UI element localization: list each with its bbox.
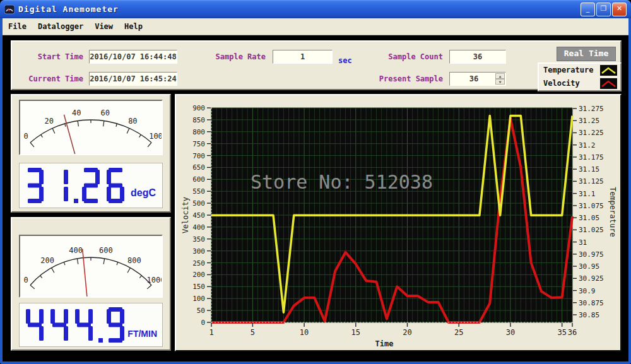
svg-text:50: 50 <box>197 307 205 315</box>
svg-text:150: 150 <box>192 283 205 291</box>
svg-text:300: 300 <box>192 247 205 255</box>
svg-text:30.95: 30.95 <box>579 262 599 271</box>
sample-count-field[interactable]: 36 <box>449 50 506 64</box>
temperature-display: degC <box>19 163 163 208</box>
svg-text:350: 350 <box>192 235 205 244</box>
spinner-up-icon[interactable]: ▲ <box>495 73 505 79</box>
legend-item-temperature: Temperature <box>539 64 620 77</box>
svg-text:25: 25 <box>454 328 463 337</box>
svg-text:400: 400 <box>192 223 205 232</box>
chart-panel: Store No: 512038050100150200250300350400… <box>175 94 622 351</box>
velocity-panel: 02004006008001000 FT/MIN <box>11 217 171 351</box>
svg-text:800: 800 <box>192 128 205 136</box>
svg-text:31.075: 31.075 <box>579 202 604 210</box>
app-window: Digital Anemometer _ ❐ ✕ File Datalogger… <box>0 0 631 364</box>
present-sample-stepper: ▲ ▼ <box>495 73 505 85</box>
menu-file[interactable]: File <box>3 20 32 33</box>
svg-text:0: 0 <box>23 132 28 141</box>
velocity-gauge: 02004006008001000 <box>19 235 163 298</box>
present-sample-field[interactable]: 36 ▲ ▼ <box>449 72 506 86</box>
svg-text:Temperature: Temperature <box>608 187 617 237</box>
svg-text:0: 0 <box>201 319 205 327</box>
legend-temperature-swatch <box>600 65 617 76</box>
menu-view[interactable]: View <box>89 20 119 33</box>
real-time-button[interactable]: Real Time <box>557 47 616 61</box>
svg-text:800: 800 <box>127 256 141 265</box>
svg-text:1000: 1000 <box>147 276 162 285</box>
svg-text:31.175: 31.175 <box>579 153 604 161</box>
svg-text:30.85: 30.85 <box>579 311 599 319</box>
menu-datalogger[interactable]: Datalogger <box>32 20 89 33</box>
current-time-field[interactable]: 2016/10/07 16:45:24 <box>89 72 177 86</box>
svg-text:15: 15 <box>351 328 360 337</box>
trend-chart: Store No: 512038050100150200250300350400… <box>176 95 620 350</box>
svg-text:250: 250 <box>192 259 205 267</box>
svg-text:900: 900 <box>192 104 205 112</box>
temperature-unit-label: degC <box>131 187 156 199</box>
svg-text:Time: Time <box>375 339 394 348</box>
svg-text:600: 600 <box>192 175 205 184</box>
maximize-button[interactable]: ❐ <box>596 3 611 16</box>
svg-text:200: 200 <box>40 256 54 265</box>
menu-bar: File Datalogger View Help <box>3 18 628 35</box>
svg-text:30.975: 30.975 <box>579 250 604 259</box>
watermark-text: Store No: 512038 <box>251 171 433 193</box>
legend-item-velocity: Velocity <box>539 77 620 90</box>
svg-text:40: 40 <box>72 109 81 117</box>
svg-text:750: 750 <box>192 140 205 148</box>
svg-text:20: 20 <box>403 328 411 337</box>
start-time-field[interactable]: 2016/10/07 16:44:48 <box>89 50 177 64</box>
legend-velocity-label: Velocity <box>543 79 580 88</box>
svg-text:31.275: 31.275 <box>579 105 604 113</box>
svg-text:5: 5 <box>251 328 255 337</box>
svg-text:Velocity: Velocity <box>181 197 190 233</box>
svg-text:30.925: 30.925 <box>579 274 604 283</box>
svg-text:31.05: 31.05 <box>579 214 599 222</box>
svg-text:600: 600 <box>99 246 113 255</box>
menu-help[interactable]: Help <box>119 20 148 33</box>
present-sample-value: 36 <box>469 74 478 83</box>
sample-rate-label: Sample Rate <box>189 52 266 61</box>
svg-text:100: 100 <box>192 295 205 303</box>
temperature-panel: 020406080100 degC <box>11 94 171 213</box>
sample-count-label: Sample Count <box>365 52 443 61</box>
svg-text:31.125: 31.125 <box>579 177 604 185</box>
svg-text:35: 35 <box>557 328 566 337</box>
svg-text:31.2: 31.2 <box>579 141 596 150</box>
sample-rate-unit: sec <box>338 56 352 65</box>
svg-text:400: 400 <box>69 246 83 255</box>
svg-text:500: 500 <box>192 199 205 208</box>
svg-text:450: 450 <box>192 211 205 220</box>
start-time-label: Start Time <box>12 52 83 61</box>
temperature-gauge: 020406080100 <box>19 100 163 155</box>
current-time-label: Current Time <box>12 74 83 83</box>
svg-text:31.25: 31.25 <box>579 117 599 125</box>
chart-legend: Temperature Velocity <box>538 62 622 91</box>
svg-text:1: 1 <box>209 328 213 337</box>
svg-text:36: 36 <box>568 328 577 337</box>
spinner-down-icon[interactable]: ▼ <box>495 79 505 85</box>
legend-velocity-swatch <box>600 78 617 89</box>
present-sample-label: Present Sample <box>365 74 443 83</box>
svg-text:31.225: 31.225 <box>579 129 604 137</box>
svg-text:20: 20 <box>44 117 53 126</box>
minimize-button[interactable]: _ <box>581 3 595 16</box>
svg-text:80: 80 <box>128 117 137 126</box>
title-bar: Digital Anemometer _ ❐ ✕ <box>0 0 631 18</box>
close-button[interactable]: ✕ <box>612 3 627 16</box>
svg-text:550: 550 <box>192 187 205 196</box>
svg-text:650: 650 <box>192 163 205 172</box>
svg-text:10: 10 <box>300 328 309 337</box>
svg-text:700: 700 <box>192 152 205 160</box>
svg-text:31.1: 31.1 <box>579 190 596 198</box>
svg-text:850: 850 <box>192 116 205 124</box>
svg-text:30.9: 30.9 <box>579 287 596 295</box>
svg-text:30.875: 30.875 <box>579 299 604 307</box>
svg-text:30: 30 <box>506 328 515 337</box>
svg-text:31.025: 31.025 <box>579 226 604 234</box>
sample-rate-field[interactable]: 1 <box>273 50 333 64</box>
control-panel: Start Time 2016/10/07 16:44:48 Current T… <box>11 40 622 90</box>
window-title: Digital Anemometer <box>18 4 119 14</box>
svg-text:31.15: 31.15 <box>579 165 599 173</box>
svg-text:100: 100 <box>149 132 162 141</box>
